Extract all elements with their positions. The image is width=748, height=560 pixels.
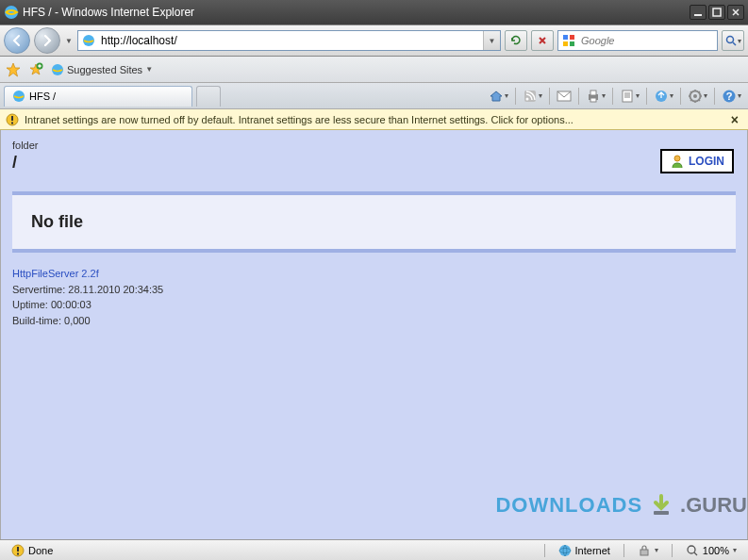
tab-hfs[interactable]: HFS / [4, 86, 192, 107]
svg-text:?: ? [726, 91, 733, 102]
svg-rect-4 [563, 35, 568, 40]
maximize-button[interactable] [708, 5, 725, 20]
uptime-label: Uptime: [12, 299, 48, 310]
servertime-label: Servertime: [12, 284, 65, 295]
folder-label: folder [12, 140, 736, 151]
search-button[interactable]: ▾ [722, 30, 744, 51]
suggested-sites-button[interactable]: Suggested Sites ▼ [51, 63, 153, 76]
read-mail-button[interactable] [554, 89, 574, 104]
svg-point-13 [526, 97, 529, 100]
svg-rect-5 [570, 35, 574, 40]
download-icon [648, 492, 674, 519]
google-icon [562, 34, 575, 47]
svg-rect-25 [11, 116, 13, 121]
svg-rect-28 [654, 511, 669, 515]
command-bar: ▾ ▾ ▾ ▾ ▾ ▾ ?▾ [486, 87, 744, 106]
svg-rect-31 [17, 552, 19, 554]
svg-point-27 [674, 156, 680, 161]
svg-point-21 [693, 94, 697, 98]
zoom-value: 100% [703, 545, 729, 556]
forward-button[interactable] [34, 27, 60, 54]
suggested-sites-label: Suggested Sites [67, 64, 142, 75]
svg-point-8 [726, 37, 733, 43]
svg-rect-7 [570, 41, 574, 46]
tab-bar: HFS / ▾ ▾ ▾ ▾ ▾ ▾ ?▾ [0, 83, 748, 109]
zoom-icon [686, 544, 699, 557]
infobar-message: Intranet settings are now turned off by … [25, 114, 722, 125]
favorites-button[interactable] [6, 62, 21, 77]
tools-menu-button[interactable]: ▾ [685, 87, 710, 106]
login-label: LOGIN [689, 155, 724, 168]
security-zone-section[interactable]: Internet [553, 544, 616, 557]
ie-page-icon [12, 90, 25, 103]
server-info: HttpFileServer 2.2f Servertime: 28.11.20… [12, 266, 736, 328]
watermark-text2: .GURU [680, 493, 747, 518]
back-button[interactable] [4, 27, 30, 54]
url-input[interactable] [99, 34, 483, 47]
svg-rect-16 [590, 91, 596, 95]
svg-point-35 [688, 546, 695, 553]
stop-button[interactable] [531, 30, 554, 51]
nav-history-dropdown[interactable]: ▼ [64, 37, 74, 45]
watermark: DOWNLOADS .GURU [495, 492, 747, 519]
file-list-panel: No file [12, 191, 736, 253]
zoom-section[interactable]: 100% ▾ [680, 544, 742, 557]
print-button[interactable]: ▾ [583, 87, 608, 106]
protected-mode-icon [638, 544, 651, 557]
svg-rect-26 [11, 122, 13, 124]
svg-rect-34 [640, 550, 648, 555]
home-button[interactable]: ▾ [486, 87, 511, 106]
window-titlebar: HFS / - Windows Internet Explorer [0, 0, 748, 25]
information-bar[interactable]: Intranet settings are now turned off by … [0, 109, 748, 130]
watermark-text1: DOWNLOADS [495, 493, 642, 518]
search-input[interactable] [579, 35, 717, 46]
feeds-button[interactable]: ▾ [520, 87, 545, 106]
buildtime-value: 0,000 [64, 315, 91, 326]
no-file-heading: No file [31, 212, 717, 232]
buildtime-label: Build-time: [12, 315, 61, 326]
svg-rect-30 [17, 547, 19, 552]
favorites-bar: Suggested Sites ▼ [0, 57, 748, 83]
refresh-button[interactable] [505, 30, 527, 51]
minimize-button[interactable] [690, 5, 706, 20]
navigation-bar: ▼ ▼ ▾ [0, 25, 748, 57]
uptime-value: 00:00:03 [51, 299, 91, 310]
help-menu-button[interactable]: ?▾ [719, 87, 744, 106]
internet-zone-icon [558, 544, 572, 557]
servertime-value: 28.11.2010 20:34:35 [68, 284, 163, 295]
svg-point-32 [559, 545, 571, 556]
svg-rect-1 [694, 14, 702, 16]
tab-label: HFS / [29, 91, 56, 102]
path-text: / [12, 153, 736, 173]
warning-icon [6, 113, 19, 126]
status-done-label: Done [28, 545, 53, 556]
protected-mode-section[interactable]: ▾ [632, 544, 664, 557]
page-menu-button[interactable]: ▾ [617, 87, 642, 106]
safety-menu-button[interactable]: ▾ [651, 87, 676, 106]
page-content: folder / LOGIN No file HttpFileServer 2.… [0, 130, 748, 540]
svg-rect-6 [563, 41, 568, 46]
user-icon [670, 154, 685, 169]
ie-icon [4, 5, 19, 20]
svg-rect-17 [590, 98, 596, 102]
address-bar[interactable]: ▼ [77, 30, 501, 51]
svg-rect-18 [623, 91, 632, 102]
page-icon [82, 34, 95, 47]
server-version-link[interactable]: HttpFileServer 2.2f [12, 268, 99, 279]
new-tab-button[interactable] [196, 86, 221, 107]
zone-label: Internet [575, 545, 610, 556]
status-bar: Done Internet ▾ 100% ▾ [0, 539, 748, 560]
close-button[interactable] [727, 5, 744, 20]
warning-icon [11, 544, 25, 557]
login-button[interactable]: LOGIN [660, 149, 734, 173]
svg-rect-2 [713, 8, 721, 16]
address-dropdown[interactable]: ▼ [483, 31, 500, 50]
add-favorites-button[interactable] [28, 62, 43, 77]
search-box[interactable] [557, 30, 718, 51]
status-message-section: Done [6, 544, 58, 557]
infobar-close-button[interactable]: × [727, 112, 742, 127]
window-title: HFS / - Windows Internet Explorer [23, 6, 688, 19]
